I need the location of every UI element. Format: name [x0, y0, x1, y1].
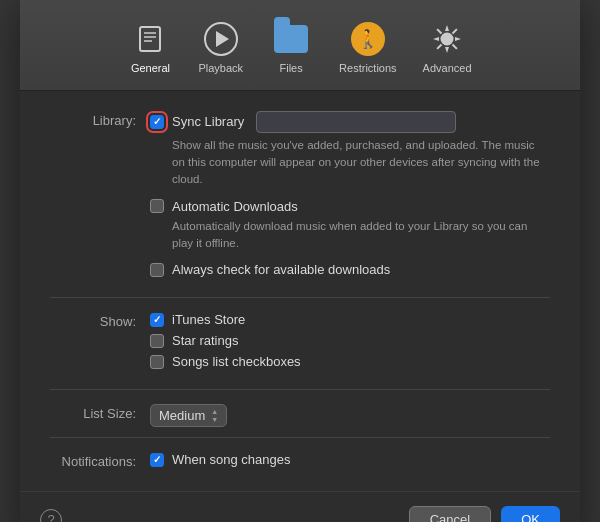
library-content: Sync Library Show all the music you've a…: [150, 111, 550, 281]
list-size-label: List Size:: [50, 404, 150, 421]
playback-tab-label: Playback: [198, 62, 243, 74]
toolbar: General Playback Files 🚶 Restrictions: [20, 8, 580, 90]
select-arrows-icon: [211, 408, 218, 423]
when-song-label[interactable]: When song changes: [172, 452, 291, 467]
toolbar-item-advanced[interactable]: Advanced: [415, 16, 480, 78]
footer: ? Cancel OK: [20, 491, 580, 522]
footer-buttons: Cancel OK: [409, 506, 560, 522]
auto-downloads-row: Automatic Downloads: [150, 199, 550, 214]
always-check-checkbox[interactable]: [150, 263, 164, 277]
star-ratings-label[interactable]: Star ratings: [172, 333, 238, 348]
advanced-icon: [431, 23, 463, 55]
advanced-tab-label: Advanced: [423, 62, 472, 74]
restrictions-icon-wrap: 🚶: [349, 20, 387, 58]
show-content: iTunes Store Star ratings Songs list che…: [150, 312, 550, 373]
sync-library-label[interactable]: Sync Library: [172, 114, 244, 129]
playback-icon: [204, 22, 238, 56]
list-size-section: List Size: Medium: [50, 404, 550, 427]
show-section: Show: iTunes Store Star ratings Songs li…: [50, 312, 550, 373]
files-icon-wrap: [272, 20, 310, 58]
notifications-label: Notifications:: [50, 452, 150, 469]
main-content: Library: Sync Library Show all the music…: [20, 91, 580, 491]
ok-button[interactable]: OK: [501, 506, 560, 522]
auto-downloads-label[interactable]: Automatic Downloads: [172, 199, 298, 214]
svg-rect-0: [140, 27, 160, 51]
when-song-checkbox[interactable]: [150, 453, 164, 467]
list-size-content: Medium: [150, 404, 550, 427]
list-size-value: Medium: [159, 408, 205, 423]
notifications-content: When song changes: [150, 452, 550, 471]
general-icon-wrap: [131, 20, 169, 58]
sync-library-row: Sync Library: [150, 111, 550, 133]
divider-1: [50, 297, 550, 298]
general-tab-label: General: [131, 62, 170, 74]
advanced-icon-wrap: [428, 20, 466, 58]
always-check-row: Always check for available downloads: [150, 262, 550, 277]
library-section: Library: Sync Library Show all the music…: [50, 111, 550, 281]
songs-list-checkbox[interactable]: [150, 355, 164, 369]
star-ratings-checkbox[interactable]: [150, 334, 164, 348]
titlebar: General General Playback: [20, 0, 580, 91]
auto-downloads-checkbox[interactable]: [150, 199, 164, 213]
divider-2: [50, 389, 550, 390]
notifications-section: Notifications: When song changes: [50, 452, 550, 471]
itunes-store-row: iTunes Store: [150, 312, 550, 327]
divider-3: [50, 437, 550, 438]
songs-list-row: Songs list checkboxes: [150, 354, 550, 369]
restrictions-icon: 🚶: [351, 22, 385, 56]
sync-library-text-field[interactable]: [256, 111, 456, 133]
help-button[interactable]: ?: [40, 509, 62, 522]
sync-library-checkbox[interactable]: [150, 115, 164, 129]
sync-library-description: Show all the music you've added, purchas…: [172, 137, 550, 189]
songs-list-label[interactable]: Songs list checkboxes: [172, 354, 301, 369]
help-icon: ?: [47, 512, 54, 522]
toolbar-item-playback[interactable]: Playback: [190, 16, 251, 78]
toolbar-item-restrictions[interactable]: 🚶 Restrictions: [331, 16, 404, 78]
preferences-window: General General Playback: [20, 0, 580, 522]
auto-downloads-description: Automatically download music when added …: [172, 218, 550, 253]
star-ratings-row: Star ratings: [150, 333, 550, 348]
show-label: Show:: [50, 312, 150, 329]
toolbar-item-general[interactable]: General: [120, 16, 180, 78]
restrictions-tab-label: Restrictions: [339, 62, 396, 74]
playback-icon-wrap: [202, 20, 240, 58]
itunes-store-checkbox[interactable]: [150, 313, 164, 327]
cancel-button[interactable]: Cancel: [409, 506, 491, 522]
library-label: Library:: [50, 111, 150, 128]
general-icon: [134, 23, 166, 55]
itunes-store-label[interactable]: iTunes Store: [172, 312, 245, 327]
toolbar-item-files[interactable]: Files: [261, 16, 321, 78]
files-icon: [274, 25, 308, 53]
list-size-select[interactable]: Medium: [150, 404, 227, 427]
always-check-label[interactable]: Always check for available downloads: [172, 262, 390, 277]
files-tab-label: Files: [279, 62, 302, 74]
when-song-row: When song changes: [150, 452, 550, 467]
